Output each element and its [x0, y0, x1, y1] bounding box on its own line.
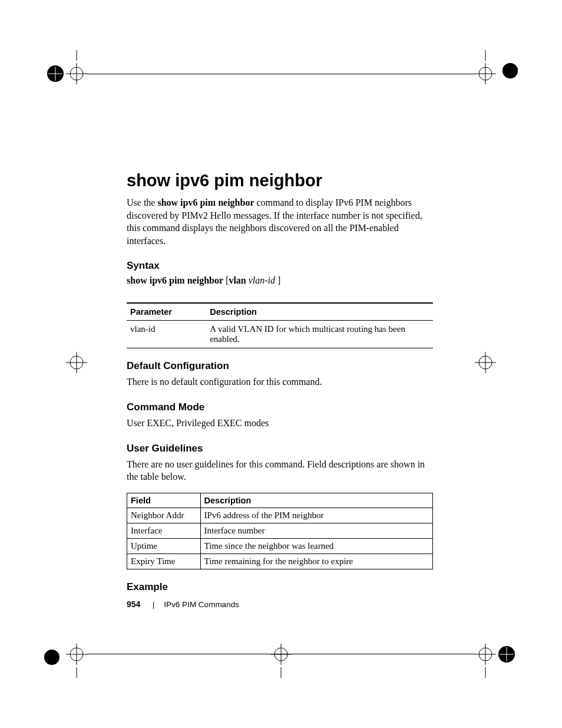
param-header-parameter: Parameter: [127, 303, 206, 321]
svg-point-3: [70, 67, 83, 80]
syntax-line: show ipv6 pim neighbor [vlan vlan-id ]: [127, 275, 433, 286]
svg-point-21: [70, 648, 83, 661]
fields-header-field: Field: [127, 493, 201, 508]
registration-mark-icon: [257, 631, 305, 678]
example-heading: Example: [127, 581, 433, 593]
param-header-description: Description: [206, 303, 433, 321]
fields-header-description: Description: [200, 493, 432, 508]
default-config-heading: Default Configuration: [127, 360, 433, 372]
svg-point-15: [70, 356, 83, 369]
chapter-name: IPv6 PIM Commands: [164, 600, 239, 609]
field-cell-desc: Interface number: [200, 523, 432, 538]
syntax-rbracket: ]: [275, 275, 280, 285]
command-mode-text: User EXEC, Privileged EXEC modes: [127, 417, 433, 430]
table-row: Expiry Time Time remaining for the neigh…: [127, 554, 433, 569]
table-row: Interface Interface number: [127, 523, 433, 538]
syntax-lbracket: [: [223, 275, 229, 285]
param-cell-name: vlan-id: [127, 321, 206, 348]
command-title: show ipv6 pim neighbor: [127, 171, 433, 190]
page-content: show ipv6 pim neighbor Use the show ipv6…: [127, 171, 433, 597]
registration-mark-icon: [471, 339, 518, 386]
table-row: Uptime Time since the neighbor was learn…: [127, 538, 433, 554]
crop-line-top: [87, 74, 475, 74]
field-cell-desc: Time remaining for the neighbor to expir…: [200, 554, 432, 569]
table-row: Neighbor Addr IPv6 address of the PIM ne…: [127, 508, 433, 523]
param-cell-desc: A valid VLAN ID for which multicast rout…: [206, 321, 433, 348]
corner-dot-icon: [44, 649, 60, 666]
registration-mark-icon: [471, 631, 518, 678]
page-number: 954: [127, 599, 140, 609]
intro-paragraph: Use the show ipv6 pim neighbor command t…: [127, 196, 433, 247]
crop-line-bottom: [87, 654, 475, 654]
user-guidelines-heading: User Guidelines: [127, 443, 433, 454]
field-cell-name: Interface: [127, 523, 201, 538]
fields-table: Field Description Neighbor Addr IPv6 add…: [127, 493, 433, 569]
svg-point-18: [479, 356, 492, 369]
svg-point-2: [44, 650, 59, 665]
svg-point-25: [479, 648, 492, 661]
svg-point-29: [498, 646, 515, 663]
field-cell-name: Neighbor Addr: [127, 508, 201, 523]
field-cell-name: Uptime: [127, 538, 201, 554]
field-cell-name: Expiry Time: [127, 554, 201, 569]
svg-point-8: [47, 65, 64, 82]
registration-mark-icon: [44, 50, 91, 97]
syntax-arg: vlan-id: [249, 275, 275, 285]
syntax-heading: Syntax: [127, 260, 433, 272]
user-guidelines-text: There are no user guidelines for this co…: [127, 458, 433, 483]
syntax-command: show ipv6 pim neighbor: [127, 275, 223, 285]
intro-text-pre: Use the: [127, 197, 157, 207]
table-row: vlan-id A valid VLAN ID for which multic…: [127, 321, 433, 348]
svg-point-32: [275, 648, 287, 661]
field-cell-desc: Time since the neighbor was learned: [200, 538, 432, 554]
field-cell-desc: IPv6 address of the PIM neighbor: [200, 508, 432, 523]
corner-dot-icon: [502, 62, 518, 79]
page-footer: 954 IPv6 PIM Commands: [127, 599, 239, 610]
svg-point-1: [503, 63, 518, 78]
default-config-text: There is no default configuration for th…: [127, 375, 433, 388]
syntax-keyword: vlan: [229, 275, 246, 285]
svg-point-11: [479, 67, 492, 80]
command-mode-heading: Command Mode: [127, 401, 433, 413]
intro-command-bold: show ipv6 pim neighbor: [157, 197, 254, 207]
parameter-table: Parameter Description vlan-id A valid VL…: [127, 302, 433, 348]
footer-separator-icon: [153, 602, 154, 609]
registration-mark-icon: [44, 339, 91, 386]
